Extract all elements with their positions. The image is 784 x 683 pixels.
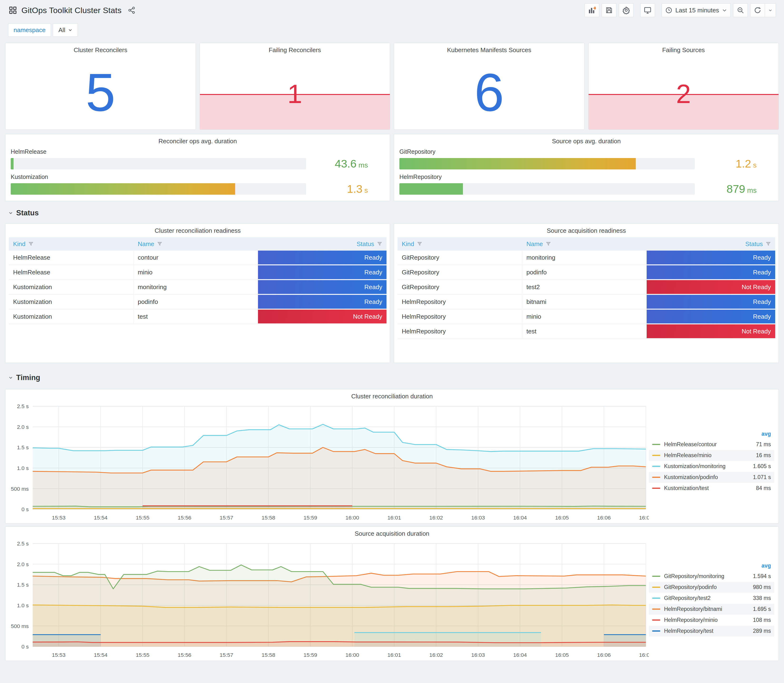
y-axis-tick: 500 ms	[11, 486, 29, 492]
status-cell: Ready	[647, 309, 775, 324]
legend-item[interactable]: GitRepository/podinfo980 ms	[649, 582, 774, 593]
filter-funnel-icon[interactable]	[28, 241, 34, 247]
status-badge: Ready	[258, 295, 386, 309]
legend-series-name: Kustomization/podinfo	[664, 474, 753, 481]
filter-funnel-icon[interactable]	[546, 241, 551, 247]
filter-funnel-icon[interactable]	[157, 241, 162, 247]
legend-item[interactable]: GitRepository/test2338 ms	[649, 593, 774, 604]
namespace-variable-label[interactable]: namespace	[8, 23, 51, 37]
legend-item[interactable]: GitRepository/monitoring1.594 s	[649, 571, 774, 582]
status-cell: Ready	[647, 295, 775, 309]
tv-kiosk-icon[interactable]	[640, 3, 655, 17]
gauge-value-number: 43.6	[335, 157, 356, 170]
legend-avg-value: 338 ms	[753, 595, 771, 601]
x-axis-tick: 16:00	[345, 652, 359, 658]
share-icon[interactable]	[128, 6, 135, 14]
legend-item[interactable]: Kustomization/monitoring1.605 s	[649, 461, 774, 472]
legend-avg-header[interactable]: avg	[649, 562, 774, 571]
status-cell: Ready	[258, 250, 386, 265]
kind-cell: GitRepository	[398, 250, 522, 265]
legend-item[interactable]: HelmRepository/minio108 ms	[649, 615, 774, 626]
refresh-button[interactable]	[750, 3, 765, 17]
stat-value: 2	[588, 81, 779, 107]
gauge-row: 1.3s	[11, 182, 385, 196]
legend-series-name: GitRepository/podinfo	[664, 584, 753, 590]
chevron-down-icon	[722, 8, 727, 13]
add-panel-button[interactable]	[585, 3, 599, 17]
column-header-kind[interactable]: Kind	[398, 237, 522, 250]
time-series-plot[interactable]: 0 s500 ms1.0 s1.5 s2.0 s2.5 s15:5315:541…	[5, 537, 649, 661]
x-axis-tick: 16:01	[388, 515, 401, 521]
gauge-fill	[399, 158, 636, 170]
time-range-picker[interactable]: Last 15 minutes	[662, 3, 731, 17]
column-header-status[interactable]: Status	[258, 237, 386, 250]
x-axis-tick: 15:55	[136, 652, 149, 658]
panel-title: Source acquisition readiness	[398, 224, 775, 234]
stat-value: 5	[5, 66, 196, 119]
zoom-out-button[interactable]	[733, 3, 748, 17]
legend-avg-value: 1.605 s	[753, 463, 771, 470]
legend-avg-header[interactable]: avg	[649, 430, 774, 439]
legend-color-dash	[652, 630, 660, 632]
column-header-label: Name	[138, 240, 154, 248]
reconciler-ops-gauge-panel: Reconciler ops avg. duration HelmRelease…	[5, 134, 390, 201]
column-header-label: Name	[526, 240, 543, 248]
column-header-status[interactable]: Status	[647, 237, 775, 250]
source-ops-gauge-panel: Source ops avg. duration GitRepository1.…	[394, 134, 779, 201]
legend-color-dash	[652, 487, 660, 489]
chevron-down-icon	[8, 210, 13, 216]
namespace-variable-value[interactable]: All	[53, 23, 78, 37]
time-series-plot[interactable]: 0 s500 ms1.0 s1.5 s2.0 s2.5 s15:5315:541…	[5, 400, 649, 523]
legend-item[interactable]: Kustomization/test84 ms	[649, 483, 774, 494]
x-axis-tick: 16:03	[471, 515, 485, 521]
gauge-label: GitRepository	[399, 148, 773, 155]
name-cell: minio	[133, 265, 258, 279]
gauge-value: 1.2s	[695, 157, 773, 170]
gauge-track	[11, 158, 306, 170]
x-axis-tick: 16:02	[430, 515, 443, 521]
stat-title: Kubernetes Manifests Sources	[394, 43, 584, 54]
column-header-name[interactable]: Name	[133, 237, 258, 250]
filter-funnel-icon[interactable]	[766, 241, 771, 247]
gauge-value-unit: ms	[747, 186, 757, 194]
table-row: HelmReleaseminioReady	[9, 265, 386, 280]
status-section-header[interactable]: Status	[8, 209, 779, 217]
x-axis-tick: 15:54	[94, 652, 107, 658]
column-header-name[interactable]: Name	[522, 237, 647, 250]
y-axis-tick: 2.5 s	[17, 540, 29, 547]
settings-gear-icon[interactable]	[619, 3, 633, 17]
gauge-row: 43.6ms	[11, 157, 385, 170]
filter-funnel-icon[interactable]	[417, 241, 422, 247]
stat-title: Failing Sources	[588, 43, 779, 54]
status-badge: Ready	[647, 250, 775, 265]
column-header-kind[interactable]: Kind	[9, 237, 133, 250]
x-axis-tick: 16:01	[388, 652, 401, 658]
chevron-down-icon	[68, 28, 72, 32]
x-axis-tick: 15:53	[52, 652, 66, 658]
legend-avg-value: 84 ms	[756, 485, 771, 491]
legend-item[interactable]: HelmRelease/minio16 ms	[649, 450, 774, 461]
filter-funnel-icon[interactable]	[377, 241, 382, 247]
legend-item[interactable]: HelmRelease/contour71 ms	[649, 439, 774, 450]
kind-cell: HelmRepository	[398, 324, 522, 338]
status-cell: Ready	[258, 280, 386, 294]
status-cell: Not Ready	[258, 309, 386, 324]
legend-avg-value: 1.695 s	[753, 606, 771, 612]
legend-color-dash	[652, 609, 660, 610]
status-badge: Ready	[647, 295, 775, 309]
gauge-track	[11, 183, 306, 195]
table-row: KustomizationpodinfoReady	[9, 295, 386, 309]
dashboard-page: GitOps Toolkit Cluster Stats	[0, 0, 784, 661]
gauge-value: 43.6ms	[306, 157, 385, 170]
namespace-selected-value: All	[58, 26, 65, 34]
legend-item[interactable]: HelmRepository/test289 ms	[649, 626, 774, 637]
apps-grid-icon[interactable]	[8, 6, 17, 14]
save-dashboard-button[interactable]	[602, 3, 616, 17]
refresh-interval-dropdown[interactable]	[765, 3, 776, 17]
y-axis-tick: 1.0 s	[17, 465, 29, 471]
timing-section-header[interactable]: Timing	[8, 374, 779, 382]
legend-item[interactable]: Kustomization/podinfo1.071 s	[649, 472, 774, 483]
stat-value: 6	[394, 66, 584, 119]
legend-item[interactable]: HelmRepository/bitnami1.695 s	[649, 604, 774, 615]
status-badge: Not Ready	[258, 309, 386, 324]
